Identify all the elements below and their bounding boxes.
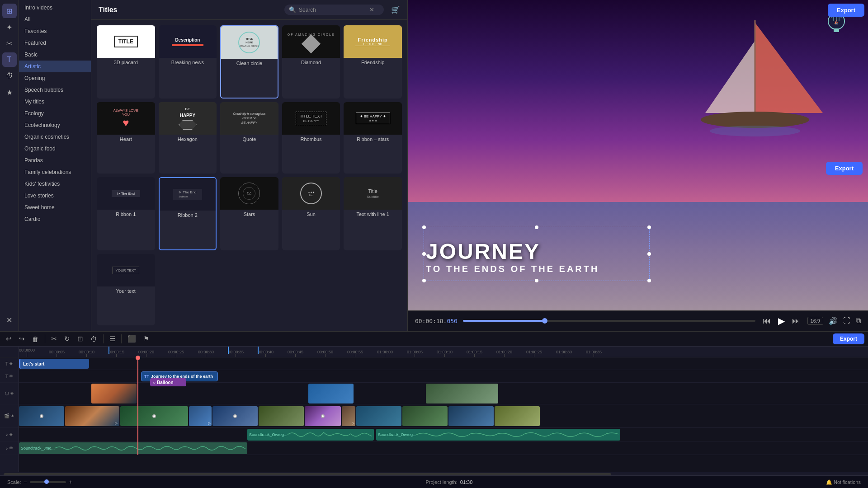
main-clip-2[interactable]: ▷ [65, 406, 119, 426]
tile-friendship[interactable]: Friendship BE THE END Friendship [344, 25, 402, 99]
flag-button[interactable]: ⚑ [141, 334, 151, 344]
cat-ecotechnology[interactable]: Ecotechnology [19, 119, 91, 131]
tile-breaking-news[interactable]: Description Breaking news [159, 25, 217, 99]
rotate-button[interactable]: ↻ [62, 334, 72, 344]
timeline-playhead[interactable] [137, 357, 138, 455]
tile-your-text[interactable]: YOUR TEXT Your text [97, 254, 155, 325]
main-clip-1[interactable] [19, 406, 64, 426]
main-clip-8[interactable]: ▷ [342, 406, 355, 426]
delete-button[interactable]: 🗑 [30, 334, 41, 344]
sidebar-icon-cut[interactable]: ✂ [2, 36, 17, 51]
tile-ribbon2[interactable]: ⊳ The EndSubtitle Ribbon 2 [159, 177, 217, 250]
present-button[interactable]: ⬛ [125, 334, 138, 344]
skip-back-button[interactable]: ⏮ [761, 315, 773, 327]
sidebar-icon-magic[interactable]: ✦ [2, 20, 17, 34]
audio1-track-toggle[interactable]: 👁 [9, 432, 13, 437]
undo-button[interactable]: ↩ [4, 334, 14, 344]
cat-love-stories[interactable]: Love stories [19, 190, 91, 202]
audio2-track-toggle[interactable]: 👁 [9, 446, 13, 450]
cat-favorites[interactable]: Favorites [19, 25, 91, 37]
export-button-toolbar[interactable]: Export [833, 333, 864, 344]
timeline-scrollbar[interactable] [0, 472, 868, 475]
notifications-button[interactable]: 🔔 Notifications [826, 479, 861, 485]
main-clip-3[interactable] [120, 406, 188, 426]
video-clip-overlay-2[interactable] [308, 384, 354, 404]
main-clip-4[interactable]: ▷ [189, 406, 212, 426]
cat-organic-cosmetics[interactable]: Organic cosmetics [19, 131, 91, 143]
export-button-fixed[interactable]: Export [826, 162, 863, 175]
volume-icon[interactable]: 🔊 [829, 317, 838, 325]
redo-button[interactable]: ↪ [17, 334, 27, 344]
tile-hexagon[interactable]: BE HAPPY Hexagon [159, 102, 217, 174]
main-clip-6[interactable] [259, 406, 304, 426]
cat-sweet-home[interactable]: Sweet home [19, 202, 91, 213]
main-clip-12[interactable] [495, 406, 540, 426]
scale-thumb[interactable] [44, 479, 49, 484]
scale-slider[interactable] [30, 481, 66, 483]
cat-speech-bubbles[interactable]: Speech bubbles [19, 84, 91, 96]
cat-opening[interactable]: Opening [19, 72, 91, 84]
main-clip-9[interactable] [356, 406, 401, 426]
tile-ribbon-stars[interactable]: ✦ BE HAPPY ✦★ ★ ★ Ribbon – stars [344, 102, 402, 174]
crop-button[interactable]: ⊡ [75, 334, 85, 344]
video-track-toggle[interactable]: 👁 [10, 414, 14, 418]
main-clip-5[interactable] [212, 406, 258, 426]
sidebar-icon-star[interactable]: ★ [2, 85, 17, 99]
cat-kids-festivities[interactable]: Kids' festivities [19, 178, 91, 190]
search-input[interactable] [299, 7, 367, 13]
audio-clip-2[interactable]: Soundtrack_Owreg... [376, 429, 620, 441]
tile-quote[interactable]: Creativity is contagiousPass it onBE HAP… [220, 102, 278, 174]
main-clip-7[interactable] [305, 406, 341, 426]
cat-intro-videos[interactable]: Intro videos [19, 2, 91, 14]
cart-icon[interactable]: 🛒 [391, 5, 400, 14]
progress-thumb[interactable] [542, 318, 547, 324]
play-button[interactable]: ▶ [776, 314, 787, 327]
tile-diamond[interactable]: OF AMAZING CIRCLE Diamond [282, 25, 340, 99]
audio-main-clip[interactable]: Soundtrack_Jmo... [19, 442, 247, 454]
cat-artistic[interactable]: Artistic [19, 61, 91, 72]
timeline-content[interactable]: 00:00:00 00:00:05 00:00:10 00:00:15 00:0… [19, 347, 868, 472]
sidebar-icon-grid[interactable]: ⊞ [2, 4, 17, 18]
export-button[interactable]: Export [828, 4, 864, 17]
sidebar-icon-time[interactable]: ⏱ [2, 69, 17, 83]
cat-pandas[interactable]: Pandas [19, 155, 91, 166]
tile-3d-placard[interactable]: TITLE 3D placard [97, 25, 155, 99]
cat-ecology[interactable]: Ecology [19, 108, 91, 119]
sidebar-icon-text[interactable]: T [2, 52, 17, 67]
skip-forward-button[interactable]: ⏭ [790, 315, 802, 327]
video-clip-overlay-1[interactable] [91, 384, 137, 404]
main-clip-10[interactable] [402, 406, 448, 426]
cat-organic-food[interactable]: Organic food [19, 143, 91, 155]
cat-basic[interactable]: Basic [19, 49, 91, 61]
tile-ribbon1[interactable]: ⊳ The End Ribbon 1 [97, 177, 155, 250]
tile-text-with-line1[interactable]: Title Subtitle Text with line 1 [344, 177, 402, 250]
cat-cardio[interactable]: Cardio [19, 213, 91, 225]
progress-bar[interactable] [463, 320, 755, 322]
tile-rhombus[interactable]: TITLE TEXTBE HAPPY Rhombus [282, 102, 340, 174]
tile-heart[interactable]: ALWAYS LOVEYOU ♥ Heart [97, 102, 155, 174]
video-clip-overlay-3[interactable] [426, 384, 498, 404]
audio-clip-1[interactable]: Soundtrack_Owreg... [247, 429, 374, 441]
list-button[interactable]: ☰ [107, 334, 118, 344]
timer-button[interactable]: ⏱ [88, 334, 99, 344]
clip-lets-start[interactable]: Let's start [19, 359, 89, 369]
cat-featured[interactable]: Featured [19, 37, 91, 49]
expand-icon[interactable]: ⛶ [843, 317, 850, 325]
sidebar-icon-close[interactable]: ✕ [2, 313, 17, 327]
scale-increase-icon[interactable]: + [69, 479, 72, 485]
text-track-toggle[interactable]: 👁 [9, 361, 13, 366]
overlay-track-toggle[interactable]: 👁 [9, 374, 13, 379]
external-window-icon[interactable]: ⧉ [856, 317, 861, 325]
cat-my-titles[interactable]: My titles [19, 96, 91, 108]
main-clip-11[interactable] [448, 406, 494, 426]
tile-clean-circle[interactable]: TITLEHERE AMAZING CIRCLE Clean circle [220, 25, 278, 99]
cat-family-celebrations[interactable]: Family celebrations [19, 166, 91, 178]
scale-decrease-icon[interactable]: − [24, 479, 28, 485]
tile-sun[interactable]: ✦✦✦End Sun [282, 177, 340, 250]
clear-search-icon[interactable]: ✕ [369, 6, 374, 13]
cut-button[interactable]: ✂ [49, 334, 59, 344]
overlay2-track-toggle[interactable]: 👁 [10, 391, 14, 396]
aspect-ratio-button[interactable]: 16:9 [807, 317, 823, 325]
cat-all[interactable]: All [19, 14, 91, 25]
tile-stars[interactable]: ✦ ✦ ✦ The End Stars [220, 177, 278, 250]
